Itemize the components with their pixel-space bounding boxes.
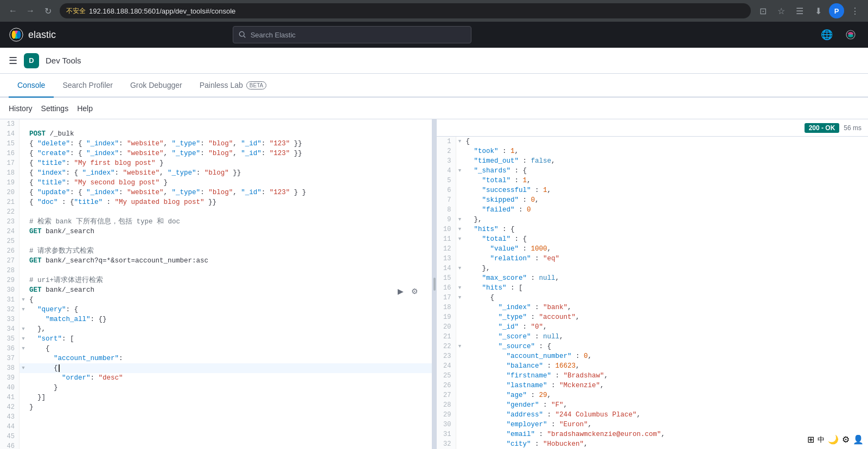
table-row: 29 "address" : "244 Columbus Place", xyxy=(437,410,869,420)
app-bar: ☰ D Dev Tools xyxy=(0,48,868,74)
history-button[interactable]: History xyxy=(9,104,33,113)
table-row: 37 "account_number": xyxy=(0,354,432,363)
table-row: 27 "age" : 29, xyxy=(437,390,869,400)
table-row: 35 ▼ "sort": [ xyxy=(0,334,432,344)
table-row: 30 "employer" : "Euron", xyxy=(437,420,869,429)
table-row: 14 POST /_bulk xyxy=(0,129,432,139)
table-row: 3 "timed_out" : false, xyxy=(437,156,869,166)
table-row: 20 "_id" : "0", xyxy=(437,322,869,332)
table-row: 19 { "title": "My second blog post" } xyxy=(0,178,432,188)
divider-handle xyxy=(433,278,436,291)
table-row: 2 "took" : 1, xyxy=(437,146,869,156)
table-row: 21 { "doc" : {"title" : "My updated blog… xyxy=(0,197,432,207)
table-row: 31 "email" : "bradshawmckenzie@euron.com… xyxy=(437,429,869,439)
run-query-button[interactable]: ▶ xyxy=(395,285,407,297)
app-title: Dev Tools xyxy=(46,56,81,65)
table-row: 24 GET bank/_search xyxy=(0,227,432,236)
editor-content[interactable]: 13 14 POST /_bulk 15 { "delete": { "_ind… xyxy=(0,119,432,449)
nav-buttons: ← → ↻ xyxy=(5,3,55,18)
corner-icons: ⊞ 中 🌙 ⚙ 👤 xyxy=(807,434,864,445)
panel-divider[interactable] xyxy=(432,119,437,449)
beta-badge: BETA xyxy=(246,81,266,89)
table-row: 36 ▼ { xyxy=(0,344,432,354)
table-row: 1 ▼ { xyxy=(437,137,869,146)
table-row: 16 { "create": { "_index": "website", "_… xyxy=(0,149,432,158)
help-button[interactable]: Help xyxy=(77,104,93,113)
elastic-search-bar[interactable]: Search Elastic xyxy=(233,26,471,43)
table-row: 43 xyxy=(0,412,432,422)
table-row: 26 "lastname" : "Mckenzie", xyxy=(437,381,869,390)
table-row: 22 xyxy=(0,207,432,217)
table-row: 13 xyxy=(0,119,432,129)
settings-small-icon[interactable]: ⚙ xyxy=(842,434,850,445)
tab-grok-debugger-label: Grok Debugger xyxy=(130,81,182,89)
elastic-logo-mark[interactable] xyxy=(842,26,859,43)
editor-panel: 13 14 POST /_bulk 15 { "delete": { "_ind… xyxy=(0,119,432,449)
person-icon[interactable]: 👤 xyxy=(853,434,864,445)
tab-painless-lab[interactable]: Painless Lab BETA xyxy=(191,74,276,98)
table-row: 23 # 检索 bank 下所有信息，包括 type 和 doc xyxy=(0,217,432,227)
table-row: 32 "city" : "Hobucken", xyxy=(437,439,869,449)
table-row: 22 ▼ "_source" : { xyxy=(437,342,869,351)
tab-console-label: Console xyxy=(17,81,45,89)
hamburger-menu[interactable]: ☰ xyxy=(9,55,17,67)
table-row: 20 { "update": { "_index": "website", "_… xyxy=(0,188,432,197)
toolbar: History Settings Help xyxy=(0,98,868,119)
settings-query-button[interactable]: ⚙ xyxy=(409,285,421,297)
table-row: 24 "balance" : 16623, xyxy=(437,361,869,371)
settings-button[interactable]: Settings xyxy=(41,104,69,113)
globe-icon[interactable]: 🌐 xyxy=(818,26,835,43)
tab-console[interactable]: Console xyxy=(9,74,54,98)
table-row: 5 "total" : 1, xyxy=(437,176,869,185)
elastic-logo[interactable]: elastic xyxy=(9,27,56,42)
chinese-icon[interactable]: 中 xyxy=(818,435,825,445)
table-row: 41 }] xyxy=(0,393,432,402)
history-icon[interactable]: ☰ xyxy=(792,3,807,18)
main-content: 13 14 POST /_bulk 15 { "delete": { "_ind… xyxy=(0,119,868,449)
app-icon: D xyxy=(24,53,39,68)
svg-line-6 xyxy=(244,36,245,37)
table-row: 44 xyxy=(0,422,432,432)
svg-point-5 xyxy=(239,31,244,36)
response-header: 200 - OK 56 ms xyxy=(437,119,869,137)
tab-search-profiler-label: Search Profiler xyxy=(62,81,113,89)
table-row: 38 ▼ { xyxy=(0,363,432,373)
browser-actions: ⊡ ☆ ☰ ⬇ P ⋮ xyxy=(755,3,863,18)
url-text: 192.168.188.180:5601/app/dev_tools#/cons… xyxy=(89,7,235,15)
tab-grok-debugger[interactable]: Grok Debugger xyxy=(122,74,191,98)
address-bar[interactable]: 不安全 192.168.188.180:5601/app/dev_tools#/… xyxy=(60,3,751,18)
elastic-logo-text: elastic xyxy=(28,29,56,41)
svg-point-4 xyxy=(17,31,21,39)
table-row: 18 "_index" : "bank", xyxy=(437,303,869,312)
search-elastic-placeholder: Search Elastic xyxy=(251,31,296,39)
elastic-logo-icon xyxy=(9,27,24,42)
moon-icon[interactable]: 🌙 xyxy=(828,434,839,445)
forward-button[interactable]: → xyxy=(23,3,38,18)
bookmark-icon[interactable]: ☆ xyxy=(774,3,789,18)
profile-icon[interactable]: P xyxy=(829,3,844,18)
table-row: 25 xyxy=(0,236,432,246)
translate-icon[interactable]: ⊡ xyxy=(755,3,770,18)
tab-painless-lab-label: Painless Lab xyxy=(200,81,243,89)
tab-search-profiler[interactable]: Search Profiler xyxy=(54,74,122,98)
table-row: 17 { "title": "My first blog post" } xyxy=(0,158,432,168)
table-row: 25 "firstname" : "Bradshaw", xyxy=(437,371,869,381)
menu-icon[interactable]: ⋮ xyxy=(847,3,863,18)
response-content[interactable]: 1 ▼ { 2 "took" : 1, 3 "timed_out" : fals… xyxy=(437,137,869,449)
download-icon[interactable]: ⬇ xyxy=(810,3,826,18)
table-row: 6 "successful" : 1, xyxy=(437,185,869,195)
time-badge: 56 ms xyxy=(844,124,861,132)
table-row: 39 "order": "desc" xyxy=(0,373,432,383)
status-badge: 200 - OK xyxy=(805,123,840,133)
grid-icon[interactable]: ⊞ xyxy=(807,434,814,445)
table-row: 26 # 请求参数方式检索 xyxy=(0,246,432,256)
table-row: 8 "failed" : 0 xyxy=(437,205,869,215)
reload-button[interactable]: ↻ xyxy=(40,3,55,18)
table-row: 23 "account_number" : 0, xyxy=(437,351,869,361)
elastic-header: elastic Search Elastic 🌐 xyxy=(0,22,868,48)
back-button[interactable]: ← xyxy=(5,3,21,18)
table-row: 30 GET bank/_search ▶ ⚙ xyxy=(0,285,432,295)
table-row: 46 xyxy=(0,441,432,449)
table-row: 14 ▼ }, xyxy=(437,264,869,273)
search-icon xyxy=(239,31,246,39)
